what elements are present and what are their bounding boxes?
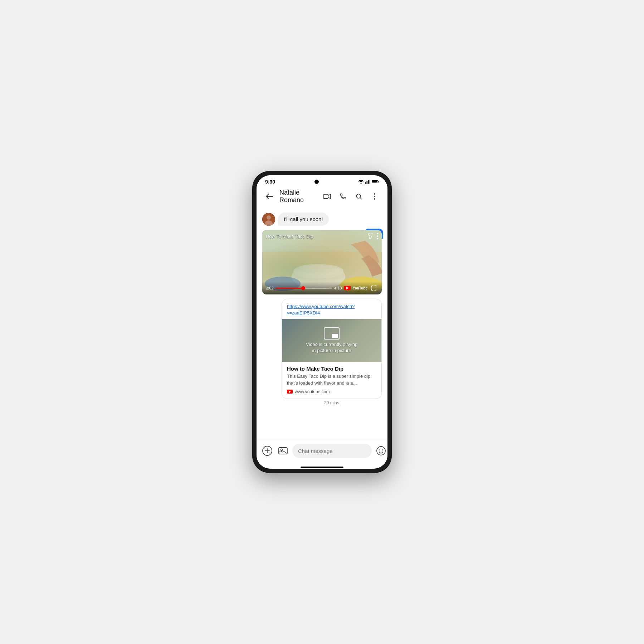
received-bubble: I'll call you soon! [278,213,329,226]
pip-small-screen [332,334,338,338]
video-thumbnail: How To Make Taco Dip [262,230,382,294]
card-body: How to Make Taco Dip This Easy Taco Dip … [282,362,381,398]
svg-point-30 [382,449,383,450]
svg-rect-2 [368,180,369,184]
message-timestamp: 20 mins [282,399,382,407]
fullscreen-button[interactable] [370,284,378,292]
search-icon [355,193,362,200]
status-icons [358,180,379,184]
app-bar: Natalie Romano [257,186,387,207]
video-call-button[interactable] [320,189,335,204]
svg-point-11 [374,198,375,200]
svg-point-24 [377,238,378,239]
card-description: This Easy Taco Dip is a super simple dip… [287,373,376,386]
emoji-button[interactable] [375,444,387,457]
more-options-icon [374,193,375,200]
video-title-bar: How To Make Taco Dip [262,230,382,242]
image-icon [278,446,288,455]
status-bar: 9:30 [257,175,387,186]
received-message-text: I'll call you soon! [284,216,323,222]
video-call-icon [323,194,331,199]
chat-area: I'll call you soon! [257,207,387,440]
pip-icon [324,327,340,340]
back-button[interactable] [262,189,277,204]
phone-call-button[interactable] [336,189,350,204]
more-options-button[interactable] [367,189,382,204]
url-card-wrapper: https://www.youtube.com/watch?v=zaaEIP5X… [282,299,382,407]
svg-rect-1 [367,181,368,184]
card-video-title: How to Make Taco Dip [287,366,376,372]
svg-point-23 [377,235,378,237]
svg-rect-5 [378,181,379,182]
emoji-icon [376,446,386,455]
chat-input[interactable] [292,444,372,458]
current-time: 2:02 [266,286,273,290]
battery-icon [372,180,379,184]
app-bar-actions [320,189,382,204]
youtube-play-triangle [346,287,348,289]
total-time: 4:10 [334,286,342,290]
back-arrow-icon [265,193,273,200]
contact-name: Natalie Romano [279,189,317,204]
svg-point-22 [377,233,378,234]
phone-icon [340,193,347,200]
video-more-icon[interactable] [377,233,378,239]
source-url: www.youtube.com [295,389,330,394]
svg-point-28 [377,447,385,455]
card-source: www.youtube.com [287,389,376,394]
video-controls: 2:02 4:10 YouTube [262,282,382,294]
youtube-icon-sm [287,390,293,394]
youtube-logo [344,286,351,290]
video-card-container: How To Make Taco Dip [262,230,382,294]
share-icon[interactable] [367,233,374,239]
image-button[interactable] [277,444,289,457]
svg-point-13 [267,215,271,220]
add-button[interactable] [261,444,274,457]
svg-point-9 [374,193,375,195]
youtube-text: YouTube [353,286,367,290]
svg-rect-0 [365,182,366,184]
avatar [262,213,275,226]
progress-bar[interactable] [275,288,332,289]
signal-icon [365,180,370,184]
svg-rect-3 [369,180,370,184]
bottom-bar [257,440,387,465]
svg-rect-6 [372,181,377,183]
phone-frame: 9:30 [252,171,392,473]
video-title: How To Make Taco Dip [266,234,313,239]
home-indicator [301,467,343,468]
svg-point-10 [374,196,375,197]
url-card[interactable]: https://www.youtube.com/watch?v=zaaEIP5X… [282,299,382,399]
fullscreen-icon [371,286,376,291]
camera-notch [314,180,319,184]
add-icon [262,446,272,456]
phone-screen: 9:30 [257,175,387,469]
url-link[interactable]: https://www.youtube.com/watch?v=zaaEIP5X… [282,299,381,319]
search-button[interactable] [352,189,366,204]
wifi-icon [358,180,364,184]
pip-status-text: Video is currently playing in picture in… [306,342,357,354]
received-message-row: I'll call you soon! [262,213,382,226]
youtube-play-sm [289,391,291,393]
svg-rect-7 [323,194,328,199]
svg-point-29 [379,449,380,450]
status-time: 9:30 [265,179,275,185]
svg-point-27 [281,449,283,451]
pip-thumbnail: Video is currently playing in picture in… [282,319,381,362]
avatar-image [262,213,275,226]
progress-fill [275,288,303,289]
video-card[interactable]: How To Make Taco Dip [262,230,382,294]
progress-dot [301,286,305,290]
